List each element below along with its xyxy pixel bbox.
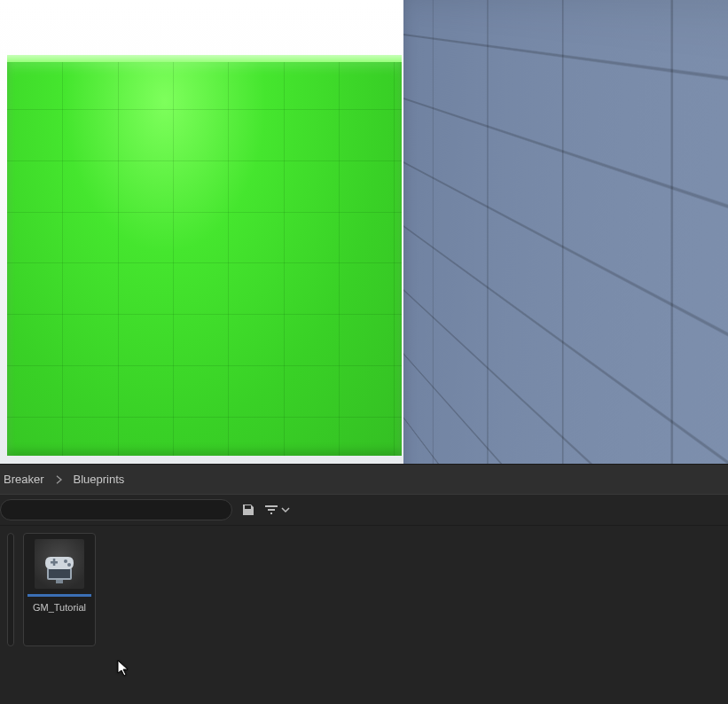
- filter-button[interactable]: [264, 502, 290, 518]
- search-input[interactable]: [0, 499, 232, 520]
- content-toolbar: [0, 494, 728, 526]
- asset-label: GM_Tutorial: [33, 602, 86, 614]
- svg-rect-1: [56, 580, 63, 583]
- svg-rect-6: [53, 559, 56, 566]
- breadcrumb-item-0[interactable]: Breaker: [0, 473, 48, 486]
- chevron-right-icon: [55, 475, 63, 484]
- chevron-down-icon: [281, 502, 290, 518]
- wall-mesh: [403, 0, 728, 464]
- breadcrumb-bar: Breaker Blueprints: [0, 464, 728, 494]
- asset-type-stripe: [27, 594, 91, 597]
- svg-point-3: [64, 559, 67, 563]
- save-icon[interactable]: [239, 501, 257, 519]
- asset-tile-partial[interactable]: [7, 533, 14, 646]
- breadcrumb-item-1[interactable]: Blueprints: [70, 473, 129, 486]
- viewport-3d[interactable]: [0, 0, 728, 464]
- green-cube-mesh[interactable]: [7, 62, 402, 456]
- gamemode-icon: [35, 539, 84, 589]
- svg-point-4: [67, 563, 71, 567]
- content-browser-grid[interactable]: GM_Tutorial: [0, 526, 728, 704]
- svg-rect-2: [49, 569, 70, 578]
- asset-tile-gm-tutorial[interactable]: GM_Tutorial: [23, 533, 96, 646]
